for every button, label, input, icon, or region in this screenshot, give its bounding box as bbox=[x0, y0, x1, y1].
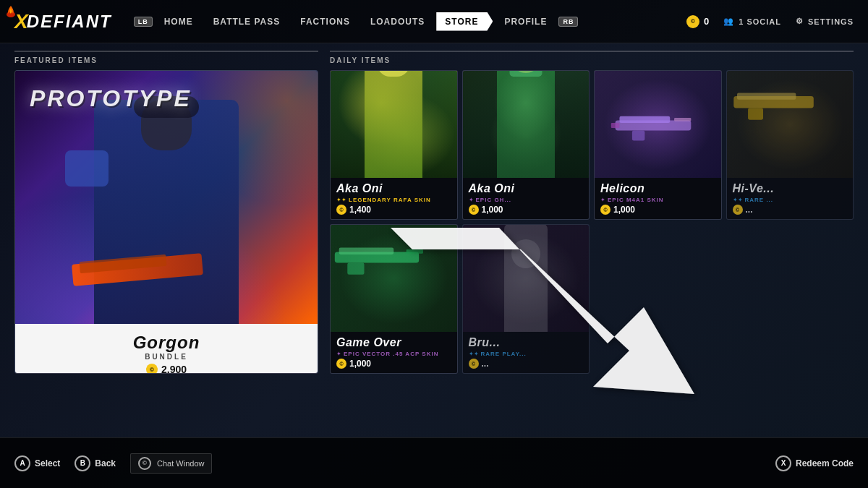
featured-label: FEATURED ITEMS bbox=[14, 51, 318, 64]
daily-card-image-2 bbox=[595, 71, 721, 178]
daily-card-image-0 bbox=[331, 71, 457, 178]
select-label: Select bbox=[35, 458, 60, 468]
redeem-label: Redeem Code bbox=[796, 458, 854, 468]
daily-card-2[interactable]: Helicon ✦ EPIC M4A1 SKIN © 1,000 bbox=[594, 70, 722, 220]
daily-price-2: © 1,000 bbox=[600, 205, 715, 215]
daily-card-name-3: Hi-Ve... bbox=[733, 182, 848, 195]
featured-type: BUNDLE bbox=[145, 353, 188, 361]
svg-rect-8 bbox=[748, 108, 763, 119]
daily-card-info-2: Helicon ✦ EPIC M4A1 SKIN © 1,000 bbox=[595, 178, 721, 219]
svg-rect-5 bbox=[611, 123, 620, 128]
rarity-icon-1: ✦ bbox=[469, 197, 474, 203]
rarity-text-3: RARE ... bbox=[745, 197, 774, 203]
redeem-badge: X bbox=[775, 455, 791, 471]
svg-rect-3 bbox=[675, 118, 692, 121]
rarity-text-2: EPIC M4A1 SKIN bbox=[608, 197, 664, 203]
nav-loadouts[interactable]: LOADOUTS bbox=[362, 12, 433, 31]
nav-factions[interactable]: FACTIONS bbox=[292, 12, 359, 31]
nav-home[interactable]: HOME bbox=[156, 12, 202, 31]
settings-icon: ⚙ bbox=[796, 17, 804, 26]
daily-rarity-3: ✦✦ RARE ... bbox=[733, 197, 848, 203]
featured-price-value: 2,900 bbox=[161, 364, 187, 374]
chat-window-button[interactable]: © Chat Window bbox=[130, 453, 212, 474]
currency-amount: 0 bbox=[704, 16, 709, 27]
daily-rarity-5: ✦✦ RARE PLAY... bbox=[469, 351, 584, 357]
rarity-text-4: EPIC VECTOR .45 ACP SKIN bbox=[344, 351, 438, 357]
featured-name: Gorgon bbox=[133, 333, 200, 353]
daily-card-3[interactable]: Hi-Ve... ✦✦ RARE ... © ... bbox=[726, 70, 854, 220]
daily-price-coin-3: © bbox=[733, 205, 743, 215]
currency-display: © 0 bbox=[686, 15, 709, 28]
prototype-text: PROTOTYPE bbox=[30, 85, 192, 112]
daily-card-image-1 bbox=[463, 71, 590, 178]
featured-card-gorgon[interactable]: PROTOTYPE Gorgon BUNDLE © 2,900 bbox=[14, 70, 318, 374]
settings-button[interactable]: ⚙ SETTINGS bbox=[796, 17, 854, 26]
daily-card-info-1: Aka Oni ✦ EPIC GH... © 1,000 bbox=[463, 178, 590, 219]
social-button[interactable]: 👥 1 SOCIAL bbox=[723, 17, 781, 26]
daily-card-info-0: Aka Oni ✦✦ LEGENDARY RAFA SKIN © 1,400 bbox=[331, 178, 457, 219]
rarity-icon-4: ✦ bbox=[336, 351, 341, 357]
daily-price-val-3: ... bbox=[746, 205, 753, 215]
daily-card-image-5 bbox=[463, 225, 590, 332]
daily-price-val-2: 1,000 bbox=[613, 205, 635, 215]
daily-price-3: © ... bbox=[733, 205, 848, 215]
daily-rarity-4: ✦ EPIC VECTOR .45 ACP SKIN bbox=[336, 351, 451, 357]
rarity-text-1: EPIC GH... bbox=[476, 197, 512, 203]
nav-profile[interactable]: PROFILE bbox=[495, 12, 556, 31]
rarity-icon-3: ✦✦ bbox=[733, 197, 743, 203]
svg-rect-11 bbox=[407, 249, 423, 254]
select-control[interactable]: A Select bbox=[14, 455, 60, 471]
social-icon: 👥 bbox=[723, 17, 734, 26]
logo-x: X bbox=[14, 10, 27, 33]
daily-price-coin-1: © bbox=[469, 205, 479, 215]
rarity-text-0: LEGENDARY RAFA SKIN bbox=[349, 197, 431, 203]
select-badge: A bbox=[14, 455, 30, 471]
nav-lb[interactable]: LB bbox=[134, 17, 153, 27]
daily-price-val-5: ... bbox=[482, 359, 489, 369]
flame-icon bbox=[6, 4, 16, 20]
back-badge: B bbox=[75, 455, 90, 471]
daily-section: DAILY ITEMS Aka Oni ✦✦ LEGEND bbox=[318, 51, 854, 430]
header-right: © 0 👥 1 SOCIAL ⚙ SETTINGS bbox=[686, 15, 854, 28]
daily-card-image-4 bbox=[331, 225, 457, 332]
svg-rect-4 bbox=[632, 130, 644, 140]
daily-price-val-1: 1,000 bbox=[482, 205, 503, 215]
daily-price-val-0: 1,400 bbox=[349, 205, 371, 215]
featured-section: FEATURED ITEMS bbox=[14, 51, 318, 430]
daily-price-4: © 1,000 bbox=[336, 359, 451, 369]
svg-rect-2 bbox=[620, 116, 671, 122]
featured-card-image: PROTOTYPE bbox=[15, 71, 318, 324]
daily-card-info-4: Game Over ✦ EPIC VECTOR .45 ACP SKIN © 1… bbox=[331, 332, 457, 373]
rarity-icon-2: ✦ bbox=[600, 197, 605, 203]
nav-store[interactable]: STORE bbox=[436, 12, 493, 31]
rarity-icon-0: ✦✦ bbox=[336, 197, 346, 203]
featured-card-info: Gorgon BUNDLE © 2,900 bbox=[15, 324, 318, 374]
daily-card-name-5: Bru... bbox=[469, 336, 584, 349]
chat-badge: © bbox=[138, 457, 151, 470]
daily-card-info-3: Hi-Ve... ✦✦ RARE ... © ... bbox=[727, 178, 854, 219]
daily-price-coin-0: © bbox=[336, 205, 346, 215]
svg-rect-12 bbox=[347, 263, 364, 275]
redeem-code-button[interactable]: X Redeem Code bbox=[775, 455, 854, 471]
daily-price-coin-4: © bbox=[336, 359, 346, 369]
daily-label: DAILY ITEMS bbox=[330, 51, 854, 64]
daily-card-5[interactable]: Bru... ✦✦ RARE PLAY... © ... bbox=[462, 224, 590, 374]
nav-rb[interactable]: RB bbox=[558, 17, 578, 27]
daily-card-4[interactable]: Game Over ✦ EPIC VECTOR .45 ACP SKIN © 1… bbox=[330, 224, 458, 374]
bottom-bar: A Select B Back © Chat Window X Redeem C… bbox=[0, 437, 868, 488]
svg-rect-10 bbox=[339, 248, 394, 254]
nav-battle-pass[interactable]: BATTLE PASS bbox=[205, 12, 289, 31]
daily-card-name-0: Aka Oni bbox=[336, 182, 451, 195]
back-control[interactable]: B Back bbox=[75, 455, 116, 471]
daily-price-coin-5: © bbox=[469, 359, 479, 369]
rarity-icon-5: ✦✦ bbox=[469, 351, 479, 357]
social-label: 1 SOCIAL bbox=[739, 17, 781, 26]
logo-defiant: DEFIANT bbox=[27, 12, 112, 32]
daily-card-1[interactable]: Aka Oni ✦ EPIC GH... © 1,000 bbox=[462, 70, 590, 220]
chat-label: Chat Window bbox=[157, 459, 204, 468]
header: X DEFIANT LB HOME BATTLE PASS FACTIONS L… bbox=[0, 0, 868, 43]
main-nav: LB HOME BATTLE PASS FACTIONS LOADOUTS ST… bbox=[134, 12, 686, 31]
daily-card-0[interactable]: Aka Oni ✦✦ LEGENDARY RAFA SKIN © 1,400 bbox=[330, 70, 458, 220]
bottom-controls: A Select B Back © Chat Window bbox=[14, 453, 212, 474]
daily-price-5: © ... bbox=[469, 359, 584, 369]
